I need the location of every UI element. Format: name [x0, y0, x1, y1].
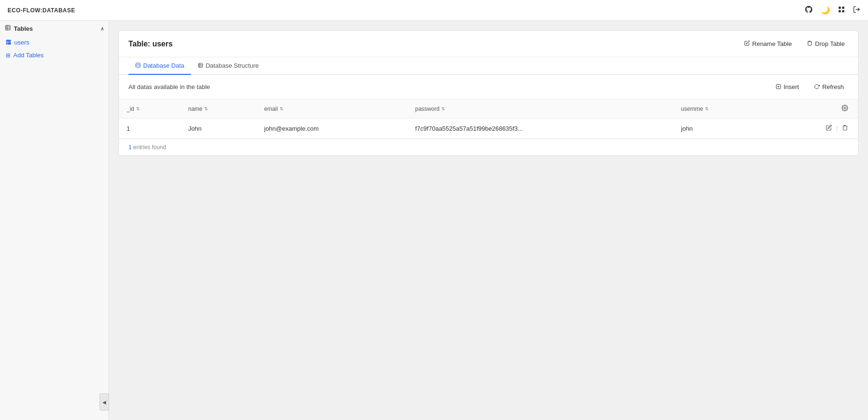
sidebar-tables-header: Tables ∧ [0, 21, 109, 36]
table-toolbar: All datas available in the table Insert [119, 75, 858, 99]
db-data-icon [135, 63, 141, 69]
sort-id-icon: ⇅ [136, 107, 140, 111]
insert-icon [776, 84, 781, 90]
table-row: 1 John john@example.com f7c9f70aa5525a57… [119, 118, 858, 139]
col-header-password[interactable]: password ⇅ [408, 99, 674, 118]
topbar-icons: 🌙 [804, 5, 860, 16]
sidebar: Tables ∧ users ⊞ Add Tables ◀ [0, 21, 109, 420]
sidebar-collapse-button[interactable]: ◀ [100, 393, 109, 411]
github-icon[interactable] [804, 5, 813, 16]
cell-row-actions: | [767, 118, 858, 139]
sidebar-item-users[interactable]: users [0, 36, 109, 49]
add-icon: ⊞ [6, 52, 10, 59]
cell-usernme: john [674, 118, 767, 139]
db-structure-icon [198, 63, 203, 69]
theme-icon[interactable]: 🌙 [821, 6, 830, 15]
row-actions: | [774, 123, 850, 134]
svg-rect-8 [6, 40, 11, 45]
delete-row-button[interactable] [840, 123, 850, 134]
col-password-label: password [415, 106, 439, 112]
svg-point-12 [136, 63, 140, 64]
table-icon [6, 39, 11, 46]
sort-password-icon: ⇅ [441, 107, 445, 111]
col-header-usernme[interactable]: usernme ⇅ [674, 99, 767, 118]
collapse-icon: ◀ [102, 400, 106, 405]
tab-database-structure[interactable]: Database Structure [191, 57, 265, 75]
entries-count: 1 [128, 144, 132, 151]
insert-button[interactable]: Insert [771, 81, 804, 92]
rename-table-label: Rename Table [752, 40, 792, 47]
table-panel: Table: users Rename Table Drop Table [119, 30, 859, 156]
cell-id: 1 [119, 118, 181, 139]
pencil-icon [744, 40, 750, 47]
add-tables-button[interactable]: ⊞ Add Tables [0, 49, 109, 62]
table-footer: 1 entries found [119, 139, 858, 155]
trash-icon [807, 40, 813, 47]
col-email-label: email [264, 106, 278, 112]
table-header-row: _id ⇅ name ⇅ [119, 99, 858, 118]
table-content: All datas available in the table Insert [119, 75, 858, 155]
col-name-label: name [188, 106, 202, 112]
gear-settings-button[interactable] [839, 103, 850, 114]
svg-rect-13 [198, 63, 202, 67]
col-header-actions [767, 99, 858, 118]
entries-label: entries found [133, 144, 166, 151]
toolbar-actions: Insert Refresh [771, 81, 849, 92]
cell-password: f7c9f70aa5525a57a51f99be268635f3... [408, 118, 674, 139]
cell-name: John [181, 118, 256, 139]
table-header-actions: Rename Table Drop Table [740, 38, 849, 49]
drop-table-label: Drop Table [815, 40, 845, 47]
topbar: ECO-FLOW:DATABASE 🌙 [0, 0, 868, 21]
tab-database-data-label: Database Data [143, 62, 184, 69]
col-header-name[interactable]: name ⇅ [181, 99, 256, 118]
svg-rect-4 [6, 26, 10, 30]
col-header-id[interactable]: _id ⇅ [119, 99, 181, 118]
insert-label: Insert [784, 83, 799, 90]
table-description: All datas available in the table [128, 83, 210, 90]
tab-database-structure-label: Database Structure [206, 62, 259, 69]
rename-table-button[interactable]: Rename Table [740, 38, 796, 49]
tables-section-label: Tables [14, 25, 33, 32]
sort-name-icon: ⇅ [204, 107, 208, 111]
app-title: ECO-FLOW:DATABASE [8, 7, 75, 14]
refresh-button[interactable]: Refresh [809, 81, 849, 92]
sort-usernme-icon: ⇅ [705, 107, 709, 111]
panel-header: Table: users Rename Table Drop Table [119, 31, 858, 57]
main-content: Table: users Rename Table Drop Table [109, 21, 868, 420]
data-table: _id ⇅ name ⇅ [119, 99, 858, 139]
refresh-label: Refresh [822, 83, 844, 90]
logout-icon[interactable] [853, 6, 860, 15]
cell-email: john@example.com [256, 118, 408, 139]
sort-email-icon: ⇅ [280, 107, 283, 111]
tabs: Database Data Database Structure [119, 57, 858, 75]
refresh-icon [814, 84, 820, 90]
svg-rect-3 [842, 10, 844, 12]
svg-rect-0 [839, 7, 841, 9]
tab-database-data[interactable]: Database Data [128, 57, 191, 75]
drop-table-button[interactable]: Drop Table [803, 38, 849, 49]
svg-rect-2 [839, 10, 841, 12]
tables-icon [5, 25, 11, 32]
layout-icon[interactable] [838, 6, 845, 15]
sidebar-item-label: users [14, 39, 29, 46]
row-action-divider: | [836, 125, 838, 132]
edit-row-button[interactable] [823, 123, 834, 134]
col-header-email[interactable]: email ⇅ [256, 99, 408, 118]
sidebar-chevron-icon[interactable]: ∧ [101, 26, 104, 31]
col-id-label: _id [127, 106, 134, 112]
layout: Tables ∧ users ⊞ Add Tables ◀ Table: use… [0, 0, 868, 420]
table-title: Table: users [128, 40, 173, 48]
add-tables-label: Add Tables [13, 52, 44, 59]
svg-rect-1 [842, 7, 844, 9]
svg-point-20 [844, 107, 846, 109]
col-usernme-label: usernme [681, 106, 704, 112]
